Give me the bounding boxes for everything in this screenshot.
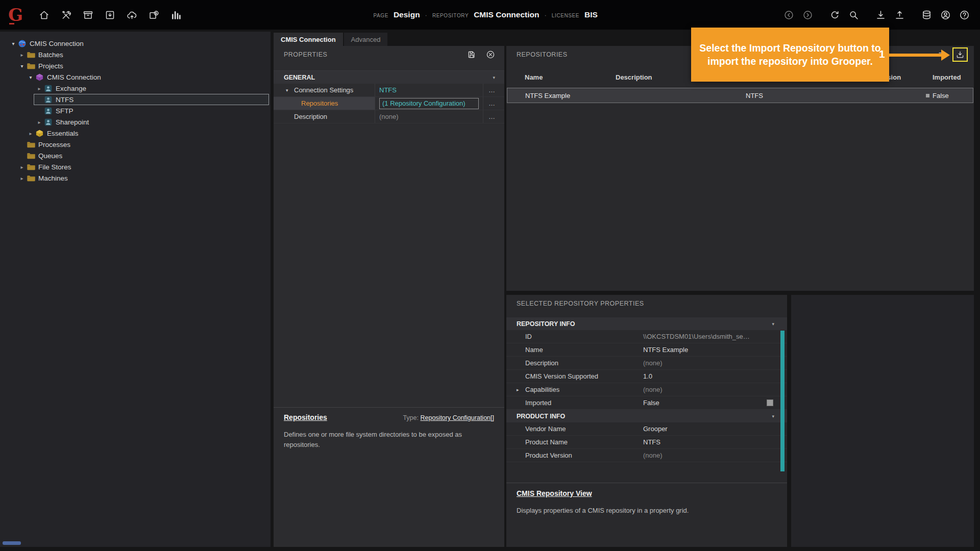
column-name[interactable]: Name bbox=[525, 73, 543, 81]
property-row-description[interactable]: Description (none) … bbox=[274, 110, 504, 123]
property-row-product-version[interactable]: Product Version (none) bbox=[506, 449, 787, 462]
property-value: 1.0 bbox=[643, 372, 787, 380]
back-icon[interactable] bbox=[781, 7, 796, 22]
help-text: Defines one or more file system director… bbox=[284, 430, 488, 450]
property-value: (none) bbox=[643, 452, 787, 459]
horizontal-scrollbar-thumb[interactable] bbox=[3, 541, 21, 545]
batches-box-icon[interactable] bbox=[80, 7, 95, 22]
tree-item-sftp[interactable]: SFTP bbox=[0, 105, 271, 116]
expander-icon[interactable]: ▸ bbox=[35, 86, 43, 91]
ellipsis-button[interactable]: … bbox=[483, 110, 500, 123]
tree-item-sharepoint[interactable]: ▸ Sharepoint bbox=[0, 116, 271, 128]
tree-item-label: NTFS bbox=[56, 96, 74, 104]
top-bar: G PAGE Design · REPOSITORY CMIS Connecti… bbox=[0, 0, 980, 30]
tree-item-queues[interactable]: Queues bbox=[0, 150, 271, 161]
design-tools-icon[interactable] bbox=[58, 7, 74, 22]
repository-table-row[interactable]: NTFS Example NTFS False bbox=[507, 88, 973, 103]
group-product-info[interactable]: PRODUCT INFO ▾ bbox=[506, 410, 787, 422]
type-link[interactable]: Repository Configuration[] bbox=[420, 414, 494, 421]
group-repository-info[interactable]: REPOSITORY INFO ▾ bbox=[506, 317, 787, 330]
property-value: (none) bbox=[643, 386, 787, 393]
property-row-cmis-version-supported[interactable]: CMIS Version Supported 1.0 bbox=[506, 370, 787, 383]
user-icon[interactable] bbox=[938, 7, 953, 22]
expander-icon[interactable]: ▸ bbox=[18, 164, 26, 170]
property-value[interactable]: NTFS bbox=[375, 84, 483, 96]
property-label: CMIS Version Supported bbox=[506, 372, 643, 380]
property-row-name[interactable]: Name NTFS Example bbox=[506, 343, 787, 357]
tree-item-batches[interactable]: ▸ Batches bbox=[0, 49, 271, 60]
property-help-panel: Repositories Type: Repository Configurat… bbox=[274, 407, 504, 547]
repositories-value-editor[interactable]: (1 Repository Configuration) bbox=[379, 98, 479, 109]
import-icon bbox=[955, 50, 965, 59]
node-tree-panel: ▾ CMIS Connection ▸ Batches ▾ Projects ▾… bbox=[0, 32, 271, 547]
tree-item-label: SFTP bbox=[56, 107, 74, 115]
expander-icon[interactable]: ▸ bbox=[18, 52, 26, 58]
home-icon[interactable] bbox=[36, 7, 52, 22]
search-icon[interactable] bbox=[846, 7, 861, 22]
property-value[interactable]: (none) bbox=[375, 110, 483, 123]
save-icon[interactable] bbox=[464, 47, 479, 62]
cloud-upload-icon[interactable] bbox=[124, 7, 139, 22]
expander-icon[interactable]: ▾ bbox=[9, 41, 17, 46]
property-row-repositories[interactable]: Repositories (1 Repository Configuration… bbox=[274, 97, 504, 110]
column-imported[interactable]: Imported bbox=[933, 73, 961, 81]
box-clock-icon[interactable] bbox=[146, 7, 161, 22]
grooper-logo: G bbox=[8, 6, 23, 23]
help-title: Repositories bbox=[284, 413, 327, 421]
property-row-vendor-name[interactable]: Vendor Name Grooper bbox=[506, 422, 787, 436]
upload-icon[interactable] bbox=[892, 7, 907, 22]
import-repository-button[interactable] bbox=[952, 47, 968, 62]
property-row-imported[interactable]: Imported False bbox=[506, 396, 787, 410]
selected-repository-header: SELECTED REPOSITORY PROPERTIES bbox=[506, 295, 787, 312]
tree-item-file-stores[interactable]: ▸ File Stores bbox=[0, 161, 271, 172]
property-row-description[interactable]: Description (none) bbox=[506, 357, 787, 370]
cancel-icon[interactable] bbox=[483, 47, 498, 62]
tree-item-label: File Stores bbox=[38, 163, 71, 171]
tab-advanced[interactable]: Advanced bbox=[344, 33, 388, 46]
page-value[interactable]: Design bbox=[394, 10, 420, 19]
ellipsis-button[interactable]: … bbox=[483, 84, 500, 96]
refresh-icon[interactable] bbox=[827, 7, 842, 22]
property-label: Description bbox=[294, 113, 327, 120]
tree-item-ntfs[interactable]: NTFS bbox=[0, 94, 271, 105]
vertical-scrollbar-thumb[interactable] bbox=[780, 331, 785, 471]
property-grid: GENERAL ▾ ▾ Connection Settings NTFS … R… bbox=[274, 70, 504, 123]
bar-chart-icon[interactable] bbox=[168, 7, 183, 22]
help-icon[interactable] bbox=[957, 7, 972, 22]
property-row-capabilities[interactable]: ▸ Capabilities (none) bbox=[506, 383, 787, 396]
tab-cmis-connection[interactable]: CMIS Connection bbox=[274, 33, 343, 46]
tree-item-processes[interactable]: Processes bbox=[0, 139, 271, 150]
expander-icon[interactable]: ▸ bbox=[27, 131, 35, 136]
callout-arrow-head-icon bbox=[941, 49, 950, 61]
database-stack-icon[interactable] bbox=[919, 7, 934, 22]
imported-checkbox[interactable] bbox=[767, 399, 773, 406]
tree-item-exchange[interactable]: ▸ Exchange bbox=[0, 83, 271, 94]
repository-value[interactable]: CMIS Connection bbox=[474, 10, 539, 19]
expander-icon[interactable]: ▾ bbox=[286, 88, 294, 93]
column-description[interactable]: Description bbox=[616, 73, 652, 81]
expander-icon[interactable]: ▸ bbox=[18, 176, 26, 181]
folder-icon bbox=[27, 62, 35, 70]
expander-icon[interactable]: ▾ bbox=[27, 74, 35, 80]
box-download-icon[interactable] bbox=[102, 7, 117, 22]
ellipsis-button[interactable]: … bbox=[483, 97, 500, 110]
folder-icon bbox=[27, 140, 35, 149]
property-value: NTFS bbox=[643, 438, 787, 446]
tree-item-projects[interactable]: ▾ Projects bbox=[0, 60, 271, 71]
property-row-product-name[interactable]: Product Name NTFS bbox=[506, 436, 787, 449]
grooper-design-window: G PAGE Design · REPOSITORY CMIS Connecti… bbox=[0, 0, 980, 551]
download-icon[interactable] bbox=[873, 7, 888, 22]
callout-step-number: 1 bbox=[879, 48, 885, 60]
forward-icon[interactable] bbox=[800, 7, 815, 22]
expander-icon[interactable]: ▸ bbox=[517, 387, 519, 392]
expander-icon[interactable]: ▾ bbox=[18, 63, 26, 69]
group-general[interactable]: GENERAL ▾ bbox=[274, 71, 504, 84]
tree-item-essentials[interactable]: ▸ Essentials bbox=[0, 128, 271, 139]
property-row-connection-settings[interactable]: ▾ Connection Settings NTFS … bbox=[274, 84, 504, 97]
tree-item-cmis-connection-project[interactable]: ▾ CMIS Connection bbox=[0, 71, 271, 83]
property-row-id[interactable]: ID \\OKCSTDSM01\Users\dsmith_se… bbox=[506, 330, 787, 343]
project-icon bbox=[35, 73, 44, 82]
tree-item-cmis-connection-root[interactable]: ▾ CMIS Connection bbox=[0, 38, 271, 49]
expander-icon[interactable]: ▸ bbox=[35, 119, 43, 125]
tree-item-machines[interactable]: ▸ Machines bbox=[0, 172, 271, 184]
